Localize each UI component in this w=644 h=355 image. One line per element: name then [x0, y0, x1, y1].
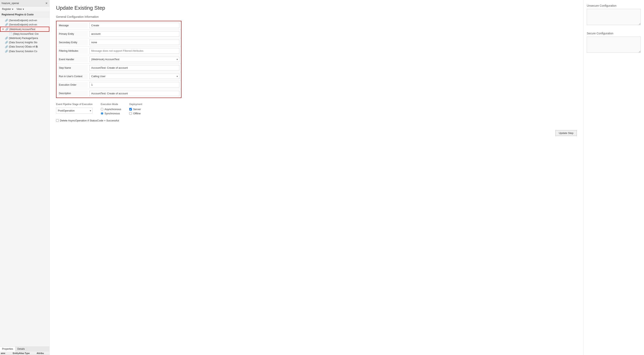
tree-expander-icon: ▼ [2, 28, 4, 30]
secure-config-section: Secure Configuration [587, 32, 641, 53]
async-radio[interactable] [101, 108, 103, 110]
close-icon[interactable]: ✕ [45, 1, 48, 5]
filtering-attributes-label: Filtering Attributes [56, 48, 88, 54]
offline-checkbox-row: Offline [129, 112, 142, 115]
pipeline-stage-label: Event Pipeline Stage of Execution [56, 103, 93, 106]
execution-order-input[interactable] [90, 82, 180, 87]
async-label: Asynchronous [104, 108, 121, 111]
description-label: Description [56, 90, 88, 96]
general-section-title: General Configuration Information [56, 15, 577, 18]
plugin-tree: 🔗(ServiceEndpoint) orch-en🔗(ServiceEndpo… [0, 17, 49, 347]
user-context-select[interactable]: Calling User [90, 73, 180, 79]
message-row: Message [56, 21, 181, 30]
bottom-tab-properties[interactable]: Properties [0, 347, 15, 352]
primary-entity-row: Primary Entity [56, 30, 181, 38]
col-header: Attribu [36, 352, 48, 355]
unsecure-config-textarea[interactable] [587, 9, 641, 25]
execution-order-row: Execution Order [56, 81, 181, 89]
tree-item-ds1[interactable]: 🔗(Data Source) Insights Sto [0, 40, 49, 44]
event-handler-select[interactable]: (WebHook) AccountTest [90, 56, 180, 62]
server-label: Server [133, 108, 141, 111]
event-handler-field: (WebHook) AccountTest ▾ [88, 55, 181, 63]
tree-node-icon: 🔗 [5, 23, 8, 26]
tree-item-wh2[interactable]: 🔗(WebHook) PackageOpera [0, 36, 49, 40]
main-content: Update Existing Step General Configurati… [50, 0, 583, 355]
tree-item-se1[interactable]: 🔗(ServiceEndpoint) orch-en [0, 18, 49, 22]
tree-node-icon: 🔗 [5, 28, 8, 31]
secure-config-textarea[interactable] [587, 36, 641, 53]
message-input[interactable] [90, 23, 180, 28]
delete-async-checkbox[interactable] [56, 119, 59, 122]
sidebar-tab[interactable]: hsazure_openai ✕ [0, 0, 49, 6]
tree-item-se2[interactable]: 🔗(ServiceEndpoint) orch-en [0, 22, 49, 27]
offline-checkbox[interactable] [129, 112, 132, 115]
view-label: View [16, 8, 22, 10]
filtering-attributes-field [88, 47, 181, 55]
pipeline-section: Event Pipeline Stage of Execution PostOp… [56, 103, 198, 115]
tree-item-ds3[interactable]: 🔗(Data Source) Solution Co [0, 49, 49, 53]
pipeline-stage-select[interactable]: PostOperation PreValidation PreOperation [56, 108, 92, 114]
user-context-row: Run in User's Context Calling User ▾ [56, 72, 181, 81]
tree-node-icon: 🔗 [5, 45, 8, 48]
user-context-select-wrapper: Calling User ▾ [90, 73, 180, 79]
general-config-form: Message Primary Entity Secondary Entity [56, 21, 182, 98]
col-headers: ameEntityAliasTypeAttribu [0, 352, 49, 355]
secondary-entity-label: Secondary Entity [56, 39, 88, 45]
step-name-field [88, 64, 181, 72]
col-header: Type [25, 352, 36, 355]
step-name-input[interactable] [90, 65, 180, 70]
tree-item-ds2[interactable]: 🔗(Data Source) OData v4 数 [0, 44, 49, 49]
sync-radio[interactable] [101, 112, 103, 115]
deployment-label: Deployment [129, 103, 142, 106]
tree-node-icon: 🔗 [5, 41, 8, 44]
server-checkbox[interactable] [129, 108, 132, 110]
pipeline-select-wrapper: PostOperation PreValidation PreOperation… [56, 108, 93, 114]
tree-item-wh1[interactable]: ▼🔗(WebHook) AccountTest [0, 27, 49, 32]
register-button[interactable]: Register ▼ [1, 7, 14, 11]
tree-item-step1[interactable]: 📄(Step) AccountTest: Cre [0, 32, 49, 36]
col-header: EntityAlias [13, 352, 25, 355]
bottom-tabs: PropertiesDetails [0, 347, 49, 352]
tree-item-label: (ServiceEndpoint) orch-en [9, 23, 37, 26]
tree-item-label: (WebHook) AccountTest [9, 28, 36, 31]
sidebar-title: Registered Plugins & Custo [0, 12, 49, 17]
event-handler-row: Event Handler (WebHook) AccountTest ▾ [56, 55, 181, 64]
execution-order-field [88, 81, 181, 89]
tree-item-label: (Data Source) Insights Sto [9, 41, 38, 44]
tree-node-icon: 🔗 [5, 19, 8, 22]
sidebar-toolbar: Register ▼ View ▼ [0, 6, 49, 12]
description-row: Description [56, 89, 181, 98]
filtering-attributes-input[interactable] [90, 48, 180, 53]
secondary-entity-row: Secondary Entity [56, 38, 181, 47]
step-name-label: Step Name [56, 65, 88, 71]
async-radio-row: Asynchronous [101, 108, 121, 111]
bottom-tab-details[interactable]: Details [15, 347, 27, 352]
delete-async-row: Delete AsyncOperation if StatusCode = Su… [56, 119, 577, 122]
sidebar-tab-label: hsazure_openai [2, 2, 44, 5]
chevron-down-icon: ▼ [12, 8, 14, 10]
right-panel: Unsecure Configuration Secure Configurat… [583, 0, 644, 355]
tree-item-label: (Step) AccountTest: Cre [13, 32, 39, 35]
col-header: ame [1, 352, 13, 355]
tree-node-icon: 🔗 [5, 50, 8, 53]
primary-entity-input[interactable] [90, 31, 180, 36]
description-input[interactable] [90, 91, 180, 96]
unsecure-config-title: Unsecure Configuration [587, 4, 641, 7]
filtering-attributes-row: Filtering Attributes [56, 47, 181, 55]
step-name-row: Step Name [56, 64, 181, 72]
event-handler-label: Event Handler [56, 56, 88, 62]
tree-item-label: (Data Source) OData v4 数 [9, 45, 38, 48]
pipeline-stage-group: Event Pipeline Stage of Execution PostOp… [56, 103, 93, 114]
secondary-entity-input[interactable] [90, 40, 180, 45]
execution-order-label: Execution Order [56, 82, 88, 88]
delete-async-label: Delete AsyncOperation if StatusCode = Su… [60, 119, 119, 122]
event-handler-select-wrapper: (WebHook) AccountTest ▾ [90, 56, 180, 62]
tree-node-icon: 🔗 [5, 36, 8, 40]
update-step-button[interactable]: Update Step [556, 130, 577, 136]
tree-node-icon: 📄 [9, 32, 12, 35]
chevron-down-icon: ▼ [22, 8, 24, 10]
bottom-panel: PropertiesDetails ameEntityAliasTypeAttr… [0, 347, 49, 355]
view-button[interactable]: View ▼ [16, 7, 25, 11]
update-btn-container: Update Step [56, 130, 577, 136]
primary-entity-label: Primary Entity [56, 31, 88, 37]
